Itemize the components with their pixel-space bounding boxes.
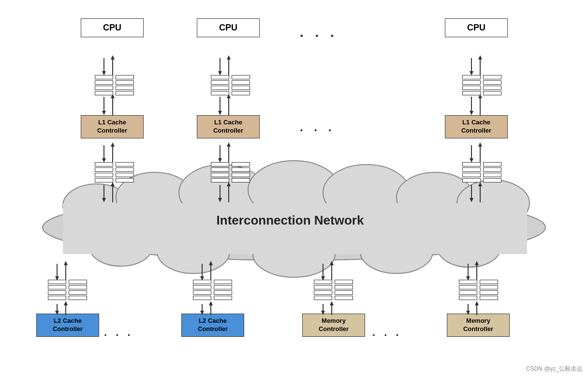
svg-marker-75 bbox=[200, 311, 204, 315]
svg-marker-85 bbox=[330, 301, 334, 305]
cache-stack-2a bbox=[211, 75, 250, 95]
svg-marker-91 bbox=[466, 311, 470, 315]
cache-stack-mc-2 bbox=[459, 280, 498, 300]
svg-marker-29 bbox=[111, 182, 115, 186]
svg-marker-67 bbox=[55, 311, 59, 315]
svg-marker-69 bbox=[64, 301, 68, 305]
cache-stack-l2-2 bbox=[193, 280, 232, 300]
cache-stack-1a bbox=[95, 75, 134, 95]
cache-stack-3b bbox=[462, 162, 501, 182]
cache-stack-3a bbox=[462, 75, 501, 95]
svg-marker-17 bbox=[111, 55, 115, 60]
svg-marker-65 bbox=[64, 261, 68, 265]
svg-marker-57 bbox=[478, 142, 482, 147]
svg-marker-51 bbox=[470, 111, 473, 115]
cache-stack-l2-1 bbox=[48, 280, 87, 300]
svg-marker-83 bbox=[321, 311, 325, 315]
svg-rect-13 bbox=[63, 203, 527, 254]
svg-marker-33 bbox=[227, 55, 231, 60]
cache-stack-mc-1 bbox=[314, 280, 353, 300]
svg-marker-41 bbox=[227, 142, 231, 147]
diagram-container: CPU CPU CPU · · · bbox=[0, 0, 588, 377]
svg-marker-93 bbox=[475, 301, 479, 305]
svg-marker-49 bbox=[478, 55, 482, 60]
cache-stack-2b bbox=[211, 162, 250, 182]
svg-marker-35 bbox=[218, 111, 222, 115]
svg-marker-77 bbox=[209, 301, 213, 305]
svg-marker-25 bbox=[111, 142, 115, 147]
network-label: Interconnection Network bbox=[24, 213, 556, 228]
svg-marker-19 bbox=[102, 111, 106, 115]
cache-stack-1b bbox=[95, 162, 134, 182]
